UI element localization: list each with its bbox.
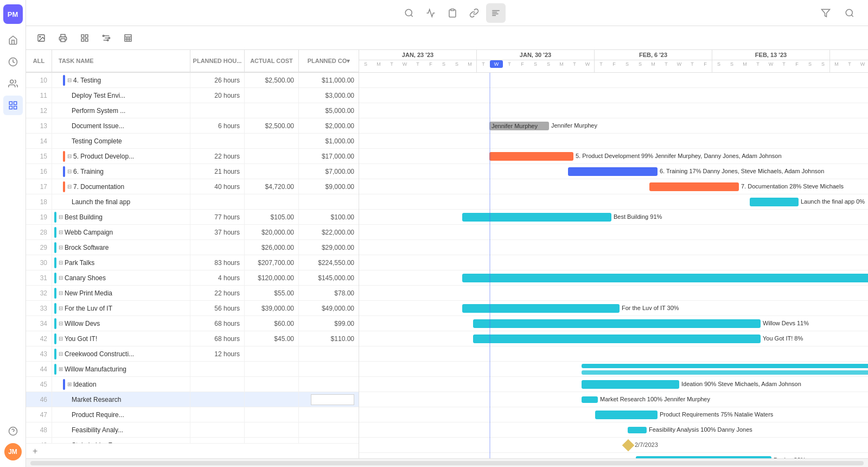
gantt-bar[interactable] <box>473 319 761 328</box>
table-row[interactable]: 42⊟You Got IT!68 hours$45.00$110.00 <box>26 331 359 346</box>
filter-btn[interactable] <box>816 3 835 23</box>
user-avatar[interactable]: JM <box>4 443 22 460</box>
col-planned-header: PLANNED HOU... <box>190 50 245 72</box>
gantt-week-label: JAN, 30 '23 <box>477 50 594 60</box>
task-name-text: Willow Devs <box>65 320 100 327</box>
gantt-bar[interactable] <box>462 274 868 282</box>
expand-icon[interactable]: ⊟ <box>59 229 63 235</box>
gantt-day-label: F <box>790 60 803 68</box>
toolbar-link-btn[interactable] <box>464 3 484 23</box>
table-btn[interactable] <box>119 29 137 47</box>
search-btn[interactable] <box>840 3 859 23</box>
table-row[interactable]: 11Deploy Test Envi...20 hours$3,000.00 <box>26 88 359 103</box>
table-row[interactable]: 13Document Issue...6 hours$2,500.00$2,00… <box>26 118 359 134</box>
sidebar-projects[interactable] <box>3 96 23 115</box>
task-name-text: Webb Campaign <box>65 229 113 236</box>
gantt-bar-label: Design 80% <box>774 457 806 458</box>
table-row[interactable]: 47Product Require... <box>26 407 359 422</box>
img-btn[interactable] <box>33 29 50 47</box>
table-row[interactable]: 34⊟Willow Devs68 hours$60.00$99.00 <box>26 316 359 331</box>
table-row[interactable]: 12Perform System ...$5,000.00 <box>26 103 359 118</box>
table-row[interactable]: 43⊟Creekwood Constructi...12 hours <box>26 346 359 362</box>
row-number: 14 <box>26 134 52 148</box>
expand-icon[interactable]: ⊟ <box>59 290 63 296</box>
expand-icon[interactable]: ⊟ <box>59 351 63 357</box>
table-row[interactable]: 44⊞Willow Manufacturing <box>26 362 359 377</box>
expand-icon[interactable]: ⊞ <box>59 366 63 372</box>
row-actual-cost <box>245 438 299 443</box>
expand-icon[interactable]: ⊟ <box>67 184 72 190</box>
sidebar-users[interactable] <box>3 74 23 93</box>
table-row[interactable]: 48Feasibility Analy... <box>26 422 359 438</box>
toolbar-clipboard-btn[interactable] <box>443 3 462 23</box>
table-row[interactable]: 30⊟Park Talks83 hours$207,700.00$224,550… <box>26 255 359 270</box>
grid-btn[interactable] <box>76 29 93 47</box>
toolbar-search-btn[interactable] <box>399 3 419 23</box>
table-row[interactable]: 32⊟New Print Media22 hours$55.00$78.00 <box>26 286 359 301</box>
gantt-date-header: JAN, 23 '23SMTWTFSSMJAN, 30 '23TWTFSSMTW… <box>359 50 868 73</box>
color-indicator <box>54 212 56 223</box>
expand-icon[interactable]: ⊟ <box>59 244 63 250</box>
gantt-day-label: F <box>516 60 529 68</box>
expand-icon[interactable]: ⊟ <box>59 275 63 281</box>
table-row[interactable]: 49Stakeholder Fee... <box>26 438 359 443</box>
gantt-bar[interactable] <box>582 380 679 389</box>
table-row[interactable]: 10⊟4. Testing26 hours$2,500.00$11,000.00 <box>26 73 359 88</box>
expand-icon[interactable]: ⊟ <box>59 336 63 342</box>
gantt-bar[interactable] <box>649 182 739 191</box>
planned-cost-input[interactable] <box>311 394 354 405</box>
sidebar-help[interactable] <box>3 421 23 441</box>
toolbar-chart-btn[interactable] <box>421 3 441 23</box>
gantt-day-label: T <box>568 60 581 68</box>
gantt-bar[interactable] <box>462 304 620 313</box>
table-row[interactable]: 28⊟Webb Campaign37 hours$20,000.00$22,00… <box>26 225 359 240</box>
row-number: 29 <box>26 240 52 255</box>
table-row[interactable]: 46Market Research <box>26 392 359 407</box>
gantt-row: Feasibility Analysis 100% Danny Jones <box>359 422 868 438</box>
h-scrollbar[interactable] <box>30 461 864 465</box>
expand-icon[interactable]: ⊟ <box>59 260 63 266</box>
gantt-bar[interactable] <box>582 364 868 368</box>
settings-btn[interactable] <box>98 29 115 47</box>
table-row[interactable]: 45⊞Ideation <box>26 377 359 392</box>
gantt-bar[interactable] <box>628 427 647 433</box>
gantt-day-label: S <box>542 60 555 68</box>
table-row[interactable]: 17⊟7. Documentation40 hours$4,720.00$9,0… <box>26 179 359 194</box>
svg-rect-21 <box>81 35 84 37</box>
gantt-bar[interactable] <box>462 213 611 222</box>
table-row[interactable]: 18Launch the final app <box>26 194 359 210</box>
row-task-name: Product Require... <box>52 407 190 422</box>
gantt-row: Jennifer MurpheyJennifer Murphey <box>359 118 868 134</box>
gantt-bar[interactable] <box>750 198 799 206</box>
add-row-btn[interactable]: + <box>26 443 359 458</box>
gantt-row: You Got IT! 8% <box>359 331 868 346</box>
table-row[interactable]: 19⊟Best Building77 hours$105.00$100.00 <box>26 210 359 225</box>
sidebar-home[interactable] <box>3 30 23 50</box>
table-row[interactable]: 33⊟For the Luv of IT56 hours$39,000.00$4… <box>26 301 359 316</box>
sidebar-clock[interactable] <box>3 52 23 72</box>
row-task-name: ⊟For the Luv of IT <box>52 301 190 315</box>
gantt-bar[interactable] <box>473 335 761 343</box>
expand-icon[interactable]: ⊟ <box>59 320 63 326</box>
toolbar-gantt-btn[interactable] <box>486 3 506 23</box>
expand-icon[interactable]: ⊟ <box>67 168 72 174</box>
table-row[interactable]: 16⊟6. Training21 hours$7,000.00 <box>26 164 359 179</box>
expand-icon[interactable]: ⊞ <box>67 381 72 387</box>
expand-icon[interactable]: ⊟ <box>59 305 63 311</box>
print-btn[interactable] <box>54 29 72 47</box>
expand-icon[interactable]: ⊟ <box>67 153 72 159</box>
gantt-day-label: S <box>359 60 372 68</box>
table-row[interactable]: 14Testing Complete$1,000.00 <box>26 134 359 149</box>
table-row[interactable]: 29⊟Brock Software$26,000.00$29,000.00 <box>26 240 359 255</box>
gantt-bar[interactable] <box>636 456 771 458</box>
svg-point-8 <box>405 9 412 16</box>
gantt-bar[interactable] <box>595 411 658 419</box>
gantt-bar[interactable] <box>582 396 598 403</box>
gantt-bar[interactable] <box>568 167 658 176</box>
table-row[interactable]: 15⊟5. Product Develop...22 hours$17,000.… <box>26 149 359 164</box>
table-row[interactable]: 31⊟Canary Shoes4 hours$120,000.00$145,00… <box>26 270 359 286</box>
expand-icon[interactable]: ⊟ <box>67 77 72 83</box>
task-name-text: Best Building <box>65 213 103 221</box>
expand-icon[interactable]: ⊟ <box>59 214 63 220</box>
gantt-bar[interactable] <box>489 152 573 161</box>
